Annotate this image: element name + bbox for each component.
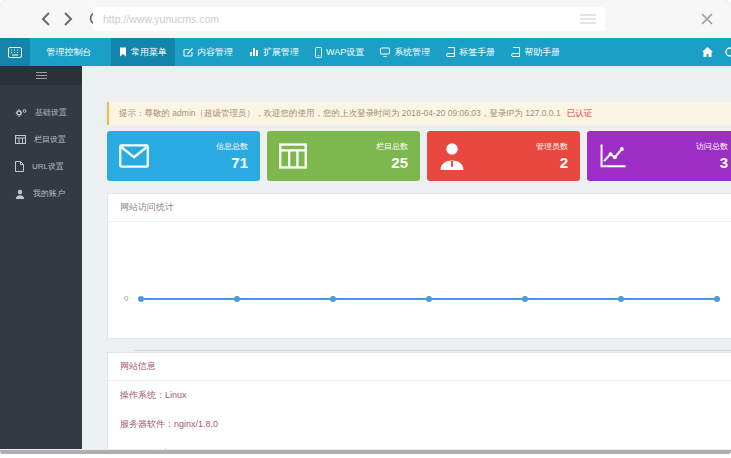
nav-item-wap-settings[interactable]: WAP设置 (307, 38, 372, 66)
info-row-mysql: MySQL 版本：5.6.28 (108, 439, 731, 449)
window-bottom-edge (0, 450, 731, 454)
url-bar (93, 7, 605, 31)
alert-message: 提示：尊敬的 admin（超级管理员），欢迎您的使用，您的上次登录时间为 201… (119, 108, 561, 120)
browser-window: 管理控制台 常用菜单 内容管理 扩展管理 WAP设置 (0, 0, 731, 458)
nav-item-extensions[interactable]: 扩展管理 (241, 38, 307, 66)
home-icon[interactable] (702, 47, 713, 57)
site-info-panel: 网站信息 操作系统：Linux 服务器软件：nginx/1.8.0 MySQL … (107, 352, 731, 449)
sidebar-collapse-toggle[interactable] (0, 66, 82, 85)
chevron-left-icon (41, 12, 51, 26)
admin-user-icon (439, 142, 465, 170)
chart-panel-title: 网站访问统计 (108, 194, 731, 222)
nav-item-system[interactable]: 系统管理 (372, 38, 438, 66)
chart-point (234, 296, 240, 302)
chart-point (522, 296, 528, 302)
gears-icon (15, 108, 27, 118)
sidebar-item-url-settings[interactable]: URL设置 (0, 153, 82, 180)
top-navbar: 管理控制台 常用菜单 内容管理 扩展管理 WAP设置 (0, 38, 731, 66)
monitor-icon (380, 47, 390, 57)
x-axis-line (134, 350, 731, 351)
envelope-icon (119, 144, 149, 168)
sidebar-item-column-settings[interactable]: 栏目设置 (0, 126, 82, 153)
chart-point (330, 296, 336, 302)
verified-badge: 已认证 (567, 108, 593, 120)
browser-menu-icon[interactable] (580, 12, 596, 26)
menu-toggle-icon (36, 70, 47, 81)
browser-chrome (0, 0, 731, 38)
back-button[interactable] (36, 9, 56, 29)
user-icon (15, 189, 25, 199)
stat-value: 25 (376, 154, 408, 171)
y-axis-tick-label: 0 (124, 294, 128, 303)
stat-label: 栏目总数 (376, 141, 408, 152)
nav-item-content[interactable]: 内容管理 (175, 38, 241, 66)
nav-item-tag-manual[interactable]: 标签手册 (438, 38, 503, 66)
bookmark-icon (119, 47, 127, 57)
info-panel-title: 网站信息 (108, 353, 731, 381)
chart-point (618, 296, 624, 302)
line-chart-icon (599, 143, 627, 169)
sidebar-item-basic-settings[interactable]: 基础设置 (0, 99, 82, 126)
main-content: 提示：尊敬的 admin（超级管理员），欢迎您的使用，您的上次登录时间为 201… (82, 66, 731, 449)
app-logo[interactable] (0, 38, 30, 66)
info-row-os: 操作系统：Linux (108, 381, 731, 410)
stat-card-visits[interactable]: 访问总数 3 (587, 131, 731, 181)
cropped-edge-icon[interactable] (725, 47, 731, 57)
edit-icon (183, 47, 193, 57)
close-icon (700, 12, 714, 26)
stat-label: 管理员数 (536, 141, 568, 152)
list-grid-icon (15, 135, 26, 144)
navbar-right (702, 38, 731, 66)
forward-button[interactable] (58, 9, 78, 29)
stat-label: 访问总数 (696, 141, 728, 152)
nav-item-common-menu[interactable]: 常用菜单 (111, 38, 175, 66)
bar-chart-icon (249, 47, 259, 57)
nav-menu: 常用菜单 内容管理 扩展管理 WAP设置 系统管理 (111, 38, 568, 66)
close-button[interactable] (697, 9, 717, 29)
url-input[interactable] (93, 12, 580, 26)
stat-value: 3 (696, 154, 728, 171)
chevron-right-icon (63, 12, 73, 26)
book-icon (511, 47, 520, 57)
stat-card-admins[interactable]: 管理员数 2 (427, 131, 580, 181)
stat-card-columns[interactable]: 栏目总数 25 (267, 131, 420, 181)
columns-icon (279, 143, 307, 169)
sidebar-menu: 基础设置 栏目设置 URL设置 我的账户 (0, 85, 82, 207)
stat-card-messages[interactable]: 信息总数 71 (107, 131, 260, 181)
keyboard-icon (8, 47, 22, 58)
stat-cards: 信息总数 71 栏目总数 25 (107, 131, 731, 181)
file-icon (15, 161, 24, 172)
sidebar-item-my-account[interactable]: 我的账户 (0, 180, 82, 207)
stat-label: 信息总数 (216, 141, 248, 152)
browser-frame: 管理控制台 常用菜单 内容管理 扩展管理 WAP设置 (0, 0, 731, 449)
stat-value: 71 (216, 154, 248, 171)
stat-value: 2 (536, 154, 568, 171)
welcome-alert: 提示：尊敬的 admin（超级管理员），欢迎您的使用，您的上次登录时间为 201… (107, 102, 731, 125)
brand-title: 管理控制台 (30, 38, 108, 66)
chart-point (714, 296, 720, 302)
visits-chart-panel: 网站访问统计 0 5-15-25-35-45-55-65-7 (107, 193, 731, 339)
sidebar: 基础设置 栏目设置 URL设置 我的账户 (0, 66, 82, 449)
book-icon (446, 47, 455, 57)
nav-item-help-manual[interactable]: 帮助手册 (503, 38, 568, 66)
mobile-icon (315, 47, 322, 58)
info-row-server: 服务器软件：nginx/1.8.0 (108, 410, 731, 439)
chart-point (426, 296, 432, 302)
line-chart: 0 5-15-25-35-45-55-65-7 (108, 222, 731, 344)
chart-point (138, 296, 144, 302)
